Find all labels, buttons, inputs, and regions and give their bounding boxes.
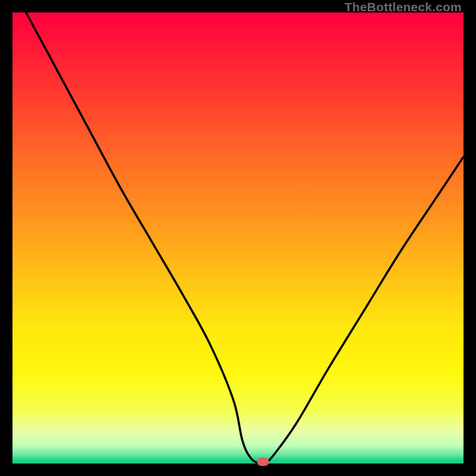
chart-frame: TheBottleneck.com [0,0,476,476]
watermark-text: TheBottleneck.com [345,0,462,14]
minimum-marker [257,458,269,466]
bottleneck-curve [12,12,464,464]
